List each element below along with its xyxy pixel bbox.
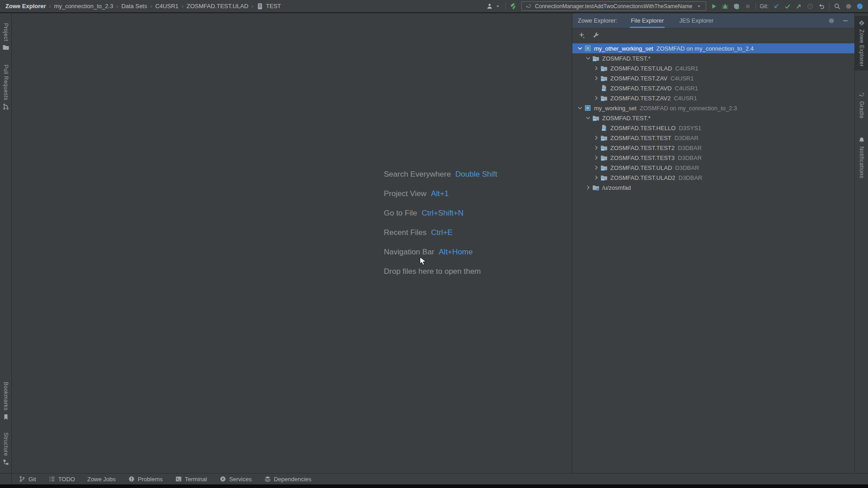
toolwindow-button-bookmarks[interactable]: Bookmarks [0,378,11,424]
tree-row[interactable]: my_working_setZOSMFAD on my_connection_t… [572,103,854,113]
history-icon[interactable] [807,3,814,10]
tree-row[interactable]: DSZOSMFAD.TEST.ULADD3DBAR [572,163,854,173]
ds-folder-icon: DS [592,55,600,62]
settings-icon[interactable] [845,3,852,10]
tree-row[interactable]: DSZOSMFAD.TEST.* [572,53,854,63]
breadcrumb-item-zosmfad-test-ulad[interactable]: ZOSMFAD.TEST.ULAD [186,3,250,9]
breadcrumb-label: my_connection_to_2.3 [54,3,113,9]
tree-row[interactable]: /u/zosmfad [572,183,854,192]
toolwindow-button-project[interactable]: Project [0,19,11,55]
gradle-icon [525,3,532,10]
chevron-right-icon[interactable] [584,184,592,191]
zowe-icon: Z [858,19,865,27]
toolwindow-bar: GitTODOZowe JobsProblemsTerminalServices… [12,473,868,484]
breadcrumb-item-data-sets[interactable]: Data Sets [120,3,148,9]
shortcut-hint: Search EverywhereDouble Shift [384,164,497,184]
tree-row[interactable]: DSZOSMFAD.TEST.ZAVDC4USR1 [572,83,854,93]
rollback-icon[interactable] [818,3,825,10]
breadcrumb-item-my-connection-to-2-3[interactable]: my_connection_to_2.3 [53,3,114,9]
breadcrumb-label: Data Sets [121,3,147,9]
shortcut-keys: Double Shift [455,170,497,179]
tab-jes-explorer[interactable]: JES Explorer [678,13,714,28]
ds-folder-icon: DS [600,144,608,151]
breadcrumb-separator: › [150,3,152,9]
chevron-right-icon[interactable] [592,144,600,151]
file-icon [256,3,264,10]
add-icon[interactable] [578,32,585,39]
breadcrumb-item-test[interactable]: TEST [255,3,282,10]
dataset-name: ZOSMFAD.TEST.ULAD2 [610,174,675,181]
update-icon[interactable] [773,3,780,10]
run-configuration-select[interactable]: ConnectionManager.testAddTwoConnectionsW… [521,1,706,11]
tree-row[interactable]: DSZOSMFAD.TEST.TESTD3DBAR [572,133,854,143]
breadcrumb-item-c4usr1[interactable]: C4USR1 [154,3,179,9]
tree-row[interactable]: my_other_working_setZOSMFAD on my_connec… [572,43,854,53]
search-icon[interactable] [834,3,841,10]
tree-row[interactable]: DSZOSMFAD.TEST.* [572,113,854,123]
commit-icon[interactable] [784,3,791,10]
git-label: Git: [760,3,769,9]
tree-row[interactable]: DSZOSMFAD.TEST.ULADC4USR1 [572,63,854,73]
statusbar-item-terminal[interactable]: Terminal [175,475,207,483]
statusbar-item-todo[interactable]: TODO [48,475,75,483]
wrench-icon[interactable] [592,32,599,39]
pull-requests-icon [2,103,9,110]
run-icon[interactable] [710,3,717,10]
toolwindow-button-gradle[interactable]: Gradle [855,88,868,122]
chevron-right-icon[interactable] [592,154,600,161]
shortcut-action-label: Project View [384,189,426,198]
toolbar-separator [755,3,756,10]
push-icon[interactable] [795,3,802,10]
stop-icon[interactable] [744,3,751,10]
ds-folder-icon: DS [600,65,608,72]
svg-text:DS: DS [601,148,605,151]
tree-row[interactable]: DSZOSMFAD.TEST.HELLOD3SYS1 [572,123,854,133]
profile-icon[interactable] [856,3,863,10]
toolwindow-button-zowe-explorer[interactable]: ZZowe Explorer [855,16,868,70]
tree-row[interactable]: DSZOSMFAD.TEST.ULAD2D3DBAR [572,173,854,183]
uss-folder-icon [592,184,600,191]
chevron-down-icon[interactable] [576,45,584,52]
tree-row[interactable]: DSZOSMFAD.TEST.ZAVC4USR1 [572,73,854,83]
dataset-name: my_working_set [594,105,637,112]
tab-file-explorer[interactable]: File Explorer [630,13,665,28]
panel-toolbar [572,28,854,42]
chevron-right-icon[interactable] [592,75,600,82]
tree-row[interactable]: DSZOSMFAD.TEST.ZAV2C4USR1 [572,93,854,103]
statusbar-item-label: Dependencies [274,476,311,483]
chevron-right-icon[interactable] [592,65,600,72]
shortcut-hint: Project ViewAlt+1 [384,184,497,203]
tree-row[interactable]: DSZOSMFAD.TEST.TEST2D3DBAR [572,143,854,153]
toolwindow-button-notifications[interactable]: Notifications [855,133,868,182]
tree-row[interactable]: DSZOSMFAD.TEST.TEST3D3DBAR [572,153,854,163]
ds-folder-icon: DS [600,174,608,181]
right-toolwindow-strip: ZZowe ExplorerGradleNotifications [854,13,868,473]
debug-icon[interactable] [722,3,729,10]
settings-icon[interactable] [828,17,835,24]
chevron-right-icon[interactable] [592,94,600,102]
toolwindow-button-label: Gradle [859,101,865,118]
breadcrumb-item-zowe-explorer[interactable]: Zowe Explorer [5,3,47,9]
toolwindow-button-label: Zowe Explorer [859,29,865,67]
statusbar-item-problems[interactable]: Problems [128,475,163,483]
shortcut-keys: Alt+Home [439,248,473,257]
statusbar-item-zowe-jobs[interactable]: Zowe Jobs [87,476,116,483]
zowe-explorer-panel: Zowe Explorer: File Explorer JES Explore… [572,13,854,473]
chevron-down-icon[interactable] [584,114,592,122]
user-menu-button[interactable] [486,3,501,10]
drop-files-hint: Drop files here to open them [384,262,497,281]
hammer-icon[interactable] [510,3,517,10]
chevron-right-icon[interactable] [592,174,600,181]
statusbar-item-dependencies[interactable]: Dependencies [264,475,311,483]
chevron-right-icon[interactable] [592,164,600,171]
toolwindow-button-pull-requests[interactable]: Pull Requests [0,61,11,114]
statusbar-item-label: Terminal [185,476,207,483]
hide-icon[interactable] [842,17,849,24]
toolwindow-button-structure[interactable]: Structure [0,429,11,469]
chevron-down-icon[interactable] [584,55,592,62]
chevron-right-icon[interactable] [592,134,600,141]
statusbar-item-services[interactable]: Services [219,475,252,483]
chevron-down-icon[interactable] [576,104,584,112]
coverage-icon[interactable] [733,3,740,10]
statusbar-item-git[interactable]: Git [19,475,36,483]
